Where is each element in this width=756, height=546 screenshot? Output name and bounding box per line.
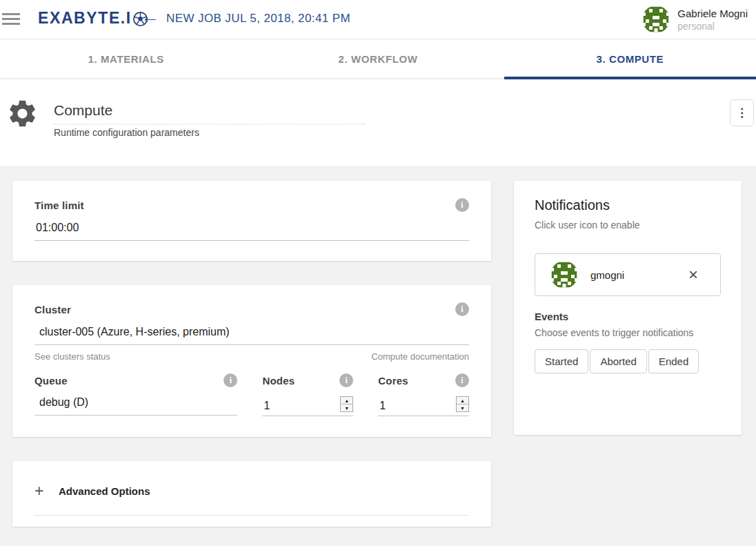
- event-aborted-button[interactable]: Aborted: [590, 349, 647, 373]
- nodes-input[interactable]: [262, 400, 305, 412]
- cores-field: Cores i ▲ ▼: [378, 373, 469, 416]
- chip-avatar[interactable]: [550, 261, 578, 289]
- advanced-options-toggle[interactable]: + Advanced Options: [34, 482, 469, 500]
- cores-input[interactable]: [378, 400, 421, 412]
- event-buttons: Started Aborted Ended: [535, 349, 721, 373]
- time-limit-card: Time limit i: [12, 181, 491, 261]
- notifications-card: Notifications Click user icon to enable: [514, 181, 742, 435]
- compute-docs-link[interactable]: Compute documentation: [371, 351, 469, 362]
- tab-compute[interactable]: 3. COMPUTE: [504, 39, 756, 78]
- tab-workflow[interactable]: 2. WORKFLOW: [252, 39, 504, 78]
- kebab-icon: ⋮: [736, 106, 748, 120]
- cores-step-down-icon[interactable]: ▼: [457, 404, 468, 411]
- clusters-status-link[interactable]: See clusters status: [34, 351, 110, 362]
- back-arrow-icon[interactable]: ←: [141, 6, 159, 28]
- nodes-step-up-icon[interactable]: ▲: [341, 397, 352, 404]
- time-limit-input[interactable]: [34, 222, 469, 241]
- menu-icon[interactable]: [2, 13, 21, 26]
- user-identicon: [642, 6, 670, 33]
- cores-step-up-icon[interactable]: ▲: [457, 397, 468, 404]
- title-dashed-rule: [54, 124, 366, 125]
- nodes-stepper[interactable]: ▲ ▼: [340, 396, 353, 412]
- nodes-info-icon[interactable]: i: [339, 373, 353, 387]
- page-title: Compute: [54, 102, 112, 119]
- user-account: personal: [677, 21, 748, 32]
- app-header: EXABYTE.I ← NEW JOB JUL 5, 2018, 20:41 P…: [0, 0, 756, 39]
- time-limit-label: Time limit: [34, 199, 84, 211]
- cluster-card: Cluster i See clusters status Compute do…: [12, 285, 491, 437]
- cores-info-icon[interactable]: i: [455, 373, 469, 387]
- events-hint: Choose events to trigger notifications: [535, 327, 721, 338]
- user-identicon: [550, 261, 578, 289]
- nodes-label: Nodes: [262, 375, 295, 387]
- user-name: Gabriele Mogni: [677, 8, 748, 19]
- compute-section-header: Compute Runtime configuration parameters…: [0, 81, 756, 166]
- advanced-options-card: + Advanced Options: [12, 461, 491, 527]
- gear-icon: [6, 97, 39, 130]
- events-label: Events: [535, 311, 721, 322]
- cores-label: Cores: [378, 375, 408, 387]
- nodes-field: Nodes i ▲ ▼: [262, 373, 353, 416]
- advanced-options-label: Advanced Options: [59, 485, 150, 497]
- queue-label: Queue: [34, 375, 68, 387]
- user-avatar[interactable]: [642, 6, 670, 33]
- event-started-button[interactable]: Started: [535, 349, 588, 373]
- tab-materials[interactable]: 1. MATERIALS: [0, 39, 252, 78]
- cluster-label: Cluster: [34, 304, 71, 315]
- notifications-hint: Click user icon to enable: [535, 220, 721, 231]
- logo-text: EXABYTE.I: [38, 9, 132, 28]
- cluster-select[interactable]: [34, 326, 469, 345]
- close-icon[interactable]: ×: [688, 265, 698, 284]
- wizard-tabs: 1. MATERIALS 2. WORKFLOW 3. COMPUTE: [0, 39, 756, 79]
- cluster-info-icon[interactable]: i: [455, 302, 469, 316]
- notifications-title: Notifications: [535, 197, 721, 213]
- app-logo[interactable]: EXABYTE.I: [38, 9, 148, 28]
- event-ended-button[interactable]: Ended: [648, 349, 699, 373]
- cores-stepper[interactable]: ▲ ▼: [456, 396, 469, 412]
- more-actions-button[interactable]: ⋮: [730, 99, 754, 126]
- job-title: NEW JOB JUL 5, 2018, 20:41 PM: [166, 12, 350, 26]
- user-menu[interactable]: Gabriele Mogni personal: [642, 6, 748, 33]
- queue-field: Queue i: [34, 373, 237, 416]
- divider: [34, 515, 469, 516]
- queue-select[interactable]: [34, 396, 237, 416]
- nodes-step-down-icon[interactable]: ▼: [341, 404, 352, 411]
- page-subtitle: Runtime configuration parameters: [54, 127, 199, 138]
- queue-info-icon[interactable]: i: [223, 373, 237, 387]
- chip-username: gmogni: [590, 269, 624, 281]
- notification-user-chip[interactable]: gmogni ×: [535, 253, 721, 296]
- time-limit-info-icon[interactable]: i: [455, 198, 469, 212]
- plus-icon[interactable]: +: [34, 482, 59, 500]
